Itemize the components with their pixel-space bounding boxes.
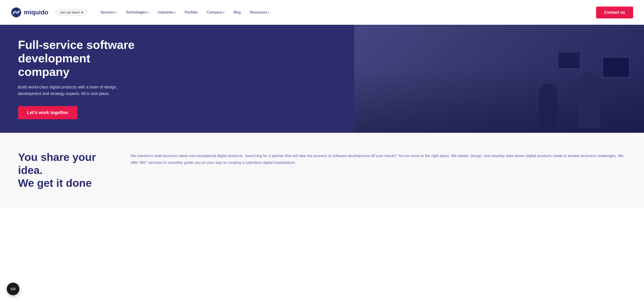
hero-subtitle: Build world-class digital products with … (18, 84, 140, 97)
section2-body-text: We transform bold business ideas into ex… (130, 153, 626, 166)
chevron-down-icon: ▾ (223, 11, 224, 14)
hero-bg-right (354, 25, 644, 133)
person-silhouette-2 (578, 72, 600, 128)
join-team-button[interactable]: Join our team! ♥ (56, 9, 87, 16)
section2-heading: You share your idea. We get it done (18, 151, 112, 190)
value-proposition-section: You share your idea. We get it done We t… (0, 133, 644, 208)
chevron-down-icon: ▾ (268, 11, 269, 14)
chevron-down-icon: ▾ (115, 11, 116, 14)
nav-item-technologies[interactable]: Technologies ▾ (121, 8, 153, 17)
main-nav: Services ▾ Technologies ▾ Industries ▾ P… (96, 8, 596, 17)
chevron-down-icon: ▾ (174, 11, 176, 14)
navbar: miquido Join our team! ♥ Services ▾ Tech… (0, 0, 644, 25)
nav-item-blog[interactable]: Blog (230, 8, 245, 17)
nav-item-industries[interactable]: Industries ▾ (154, 8, 180, 17)
contact-us-button[interactable]: Contact us (596, 6, 633, 18)
logo-text: miquido (24, 9, 48, 16)
nav-item-portfolio[interactable]: Portfolio (180, 8, 202, 17)
hero-title: Full-service software development compan… (18, 38, 140, 78)
section2-right: We transform bold business ideas into ex… (130, 151, 626, 166)
monitor-decoration-1 (558, 52, 580, 69)
person-silhouette-1 (539, 83, 557, 128)
logo-icon (11, 7, 22, 18)
monitor-decoration-2 (602, 57, 630, 77)
hero-content: Full-service software development compan… (0, 25, 158, 133)
join-label: Join our team! (60, 10, 80, 14)
hero-section: Full-service software development compan… (0, 25, 644, 133)
logo-link[interactable]: miquido (11, 7, 48, 18)
chevron-down-icon: ▾ (148, 11, 149, 14)
nav-item-company[interactable]: Company ▾ (203, 8, 228, 17)
nav-item-resources[interactable]: Resources ▾ (246, 8, 273, 17)
lets-work-together-button[interactable]: Let's work together (18, 106, 78, 119)
nav-item-services[interactable]: Services ▾ (96, 8, 120, 17)
section2-left: You share your idea. We get it done (18, 151, 112, 190)
heart-icon: ♥ (81, 10, 83, 14)
